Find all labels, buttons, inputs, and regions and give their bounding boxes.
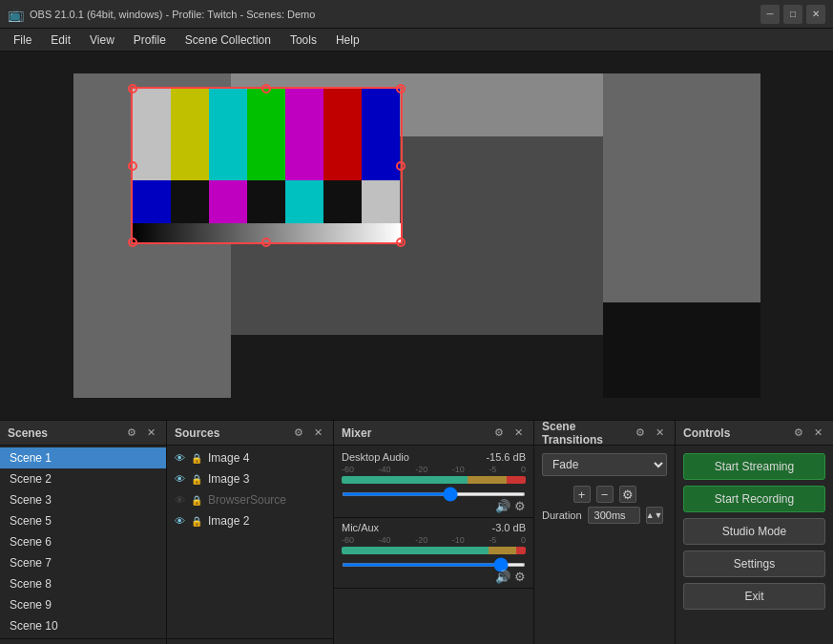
menu-item-tools[interactable]: Tools	[281, 29, 326, 52]
scene-item[interactable]: Scene 2	[0, 468, 166, 489]
source-item[interactable]: 👁🔒Image 3	[167, 468, 333, 489]
source-label: BrowserSource	[208, 493, 286, 507]
source-item[interactable]: 👁🔒Image 2	[167, 510, 333, 531]
mixer-track-header: Mic/Aux -3.0 dB	[342, 522, 526, 533]
mixer-track: Desktop Audio -15.6 dB -60-40-20-10-50 🔊…	[334, 447, 533, 518]
mixer-level-bar	[342, 547, 526, 554]
preview-right-bottom	[603, 302, 760, 398]
volume-fader[interactable]	[342, 563, 526, 567]
source-lock-icon[interactable]: 🔒	[191, 474, 202, 485]
bar-green	[342, 476, 468, 484]
scenes-panel-header: Scenes ⚙ ✕	[0, 421, 166, 446]
duration-input[interactable]	[588, 507, 640, 524]
mixer-panel-title: Mixer	[342, 426, 371, 440]
mixer-panel: Mixer ⚙ ✕ Desktop Audio -15.6 dB -60-40-…	[334, 421, 534, 644]
track-name: Desktop Audio	[342, 451, 409, 463]
mixer-level-bar	[342, 476, 526, 484]
controls-panel: Controls ⚙ ✕ Start StreamingStart Record…	[676, 421, 833, 644]
controls-config-icon[interactable]: ⚙	[791, 426, 806, 441]
volume-fader[interactable]	[342, 492, 526, 496]
mixer-panel-icons: ⚙ ✕	[491, 426, 526, 441]
mute-icon[interactable]: 🔊	[495, 570, 510, 584]
scenes-panel: Scenes ⚙ ✕ Scene 1Scene 2Scene 3Scene 5S…	[0, 421, 167, 644]
track-settings-icon[interactable]: ⚙	[514, 570, 526, 584]
mixer-config-icon[interactable]: ⚙	[491, 426, 507, 441]
scenes-config-icon[interactable]: ⚙	[124, 426, 139, 441]
controls-close-icon[interactable]: ✕	[810, 426, 825, 441]
scene-item[interactable]: Scene 1	[0, 447, 166, 468]
handle-tr	[396, 84, 406, 93]
sources-list: 👁🔒Image 4👁🔒Image 3👁🔒BrowserSource👁🔒Image…	[167, 446, 333, 638]
scene-item[interactable]: Scene 5	[0, 510, 166, 531]
mixer-panel-header: Mixer ⚙ ✕	[334, 421, 533, 446]
panel-row: Scenes ⚙ ✕ Scene 1Scene 2Scene 3Scene 5S…	[0, 420, 833, 644]
scene-item[interactable]: Scene 9	[0, 594, 166, 615]
transitions-content: Fade Cut Swipe Slide + − ⚙ Duration ▲▼	[534, 446, 675, 644]
maximize-button[interactable]: □	[783, 5, 802, 24]
source-lock-icon[interactable]: 🔒	[191, 516, 202, 527]
bar-red	[516, 547, 526, 554]
duration-spin-button[interactable]: ▲▼	[646, 507, 663, 524]
transitions-close-icon[interactable]: ✕	[652, 426, 667, 441]
minimize-button[interactable]: ─	[760, 5, 780, 24]
menu-item-profile[interactable]: Profile	[124, 29, 176, 52]
sources-config-icon[interactable]: ⚙	[291, 426, 306, 441]
menu-item-edit[interactable]: Edit	[41, 29, 80, 52]
scene-item[interactable]: Scene 8	[0, 573, 166, 594]
title-bar: 📺 OBS 21.0.1 (64bit, windows) - Profile:…	[0, 0, 833, 29]
source-lock-icon[interactable]: 🔒	[191, 495, 202, 506]
source-item[interactable]: 👁🔒Image 4	[167, 447, 333, 468]
handle-br	[396, 238, 406, 247]
control-start-streaming-button[interactable]: Start Streaming	[683, 453, 825, 480]
mixer-bar-bg	[342, 476, 526, 484]
bottom-panels: Scenes ⚙ ✕ Scene 1Scene 2Scene 3Scene 5S…	[0, 420, 833, 644]
scene-item[interactable]: Scene 6	[0, 531, 166, 552]
handle-bl	[128, 238, 137, 247]
handle-mr	[396, 161, 406, 171]
control-exit-button[interactable]: Exit	[683, 583, 825, 610]
duration-label: Duration	[542, 509, 582, 521]
handle-ml	[128, 161, 137, 171]
menu-item-scene-collection[interactable]: Scene Collection	[176, 29, 281, 52]
control-studio-mode-button[interactable]: Studio Mode	[683, 518, 825, 545]
track-db: -15.6 dB	[486, 451, 526, 463]
sources-panel-title: Sources	[175, 426, 219, 440]
track-settings-icon[interactable]: ⚙	[514, 499, 526, 513]
track-db: -3.0 dB	[492, 522, 526, 533]
scene-item[interactable]: Scene 3	[0, 489, 166, 510]
source-eye-icon[interactable]: 👁	[175, 515, 185, 527]
source-eye-icon[interactable]: 👁	[175, 494, 185, 506]
mixer-content: Desktop Audio -15.6 dB -60-40-20-10-50 🔊…	[334, 446, 533, 644]
track-name: Mic/Aux	[342, 522, 379, 533]
source-item[interactable]: 👁🔒BrowserSource	[167, 489, 333, 510]
transition-add-button[interactable]: +	[573, 486, 591, 503]
controls-panel-title: Controls	[683, 426, 730, 440]
source-eye-icon[interactable]: 👁	[175, 452, 185, 464]
menu-item-help[interactable]: Help	[326, 29, 369, 52]
source-eye-icon[interactable]: 👁	[175, 473, 185, 485]
scenes-footer: + − ↑ ↓	[0, 638, 166, 644]
title-bar-controls: ─ □ ✕	[760, 5, 825, 24]
transition-remove-button[interactable]: −	[596, 486, 614, 503]
sources-close-icon[interactable]: ✕	[310, 426, 325, 441]
transitions-panel-title: Scene Transitions	[542, 420, 633, 447]
mixer-close-icon[interactable]: ✕	[510, 426, 526, 441]
transition-settings-button[interactable]: ⚙	[619, 486, 636, 503]
scene-item[interactable]: Scene 10	[0, 615, 166, 636]
source-lock-icon[interactable]: 🔒	[191, 453, 202, 464]
transitions-config-icon[interactable]: ⚙	[633, 426, 648, 441]
control-settings-button[interactable]: Settings	[683, 551, 825, 577]
sources-panel-header: Sources ⚙ ✕	[167, 421, 333, 446]
scene-item[interactable]: Scene 7	[0, 552, 166, 573]
scenes-close-icon[interactable]: ✕	[143, 426, 158, 441]
close-button[interactable]: ✕	[806, 5, 825, 24]
mute-icon[interactable]: 🔊	[495, 499, 510, 513]
bar-yellow	[468, 476, 507, 484]
transition-type-select[interactable]: Fade Cut Swipe Slide	[542, 453, 667, 476]
app-icon: 📺	[8, 7, 24, 22]
menu-item-view[interactable]: View	[80, 29, 124, 52]
source-label: Image 3	[208, 472, 249, 486]
mixer-bar-bg	[342, 547, 526, 554]
menu-item-file[interactable]: File	[4, 29, 41, 52]
control-start-recording-button[interactable]: Start Recording	[683, 486, 825, 512]
